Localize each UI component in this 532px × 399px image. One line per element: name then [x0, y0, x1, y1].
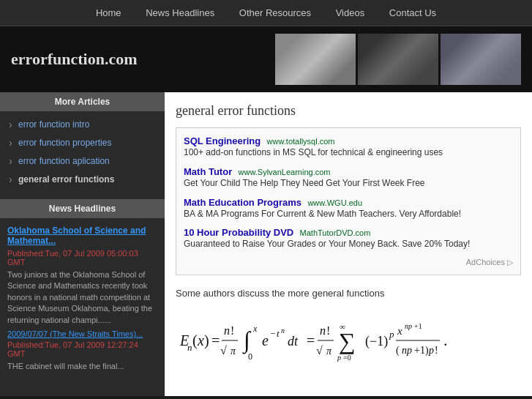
sidebar-item-general-error[interactable]: general error functions — [0, 170, 165, 188]
ad-3-url: www.WGU.edu — [307, 198, 362, 207]
ad-item-1: SQL Engineering www.totallysql.com 100+ … — [184, 135, 513, 159]
page-layout: More Articles error function intro error… — [0, 92, 532, 396]
sidebar: More Articles error function intro error… — [0, 92, 165, 396]
math-content: Some authors discuss the more general fu… — [176, 286, 521, 374]
ad-2-url: www.SylvanLearning.com — [239, 168, 331, 176]
ad-item-4: 10 Hour Probability DVD MathTutorDVD.com… — [184, 227, 513, 250]
header-images — [275, 34, 521, 85]
page-title: general error functions — [176, 103, 521, 119]
news-item-2-body: THE cabinet will make the final... — [0, 359, 165, 374]
nav-videos[interactable]: Videos — [336, 7, 365, 18]
svg-text:√: √ — [220, 344, 227, 357]
ad-4-desc: Guaranteed to Raise Your Grades or Your … — [184, 238, 513, 250]
site-header: errorfunction.com — [0, 26, 532, 92]
math-formula: E n ( x ) = n ! √ π ∫ x 0 — [176, 313, 521, 374]
svg-text:p: p — [389, 329, 394, 340]
nav-other-resources[interactable]: Other Resources — [239, 7, 311, 18]
svg-text:x: x — [252, 324, 258, 334]
svg-text:π: π — [231, 346, 236, 357]
top-navigation: Home News Headlines Other Resources Vide… — [0, 0, 532, 26]
svg-text:!: ! — [231, 324, 234, 337]
header-image-1 — [275, 34, 356, 85]
svg-text:−: − — [270, 328, 275, 339]
news-item-2-title[interactable]: 2009/07/07 (The New Straits Times)... — [0, 328, 165, 340]
svg-text:np: np — [405, 322, 412, 330]
ad-4-url: MathTutorDVD.com — [300, 228, 371, 237]
ad-2-title[interactable]: Math Tutor — [184, 166, 232, 177]
svg-text:∫: ∫ — [242, 327, 252, 354]
ad-3-title[interactable]: Math Education Programs — [184, 197, 301, 208]
svg-text:+1): +1) — [414, 345, 429, 357]
svg-text:e: e — [262, 332, 269, 348]
ad-4-title[interactable]: 10 Hour Probability DVD — [184, 227, 293, 238]
svg-text:!: ! — [435, 345, 438, 356]
svg-text:=: = — [211, 332, 220, 348]
svg-text:!: ! — [326, 324, 330, 337]
ad-3-desc: BA & MA Programs For Current & New Math … — [184, 208, 513, 220]
news-item-1-title[interactable]: Oklahoma School of Science and Mathemat.… — [0, 222, 165, 248]
svg-text:0: 0 — [248, 351, 252, 362]
ad-item-2: Math Tutor www.SylvanLearning.com Get Yo… — [184, 166, 513, 190]
svg-text:n: n — [187, 342, 192, 353]
ad-2-desc: Get Your Child The Help They Need Get Yo… — [184, 177, 513, 190]
nav-contact-us[interactable]: Contact Us — [389, 7, 436, 18]
sidebar-item-error-application[interactable]: error function aplication — [0, 152, 165, 170]
svg-text:(: ( — [192, 332, 198, 349]
svg-text:=0: =0 — [343, 354, 351, 362]
svg-text:n: n — [281, 327, 285, 335]
sidebar-news-section: News Headlines Oklahoma School of Scienc… — [0, 199, 165, 374]
advertisement-box: SQL Engineering www.totallysql.com 100+ … — [176, 127, 521, 275]
svg-text:(: ( — [396, 345, 400, 357]
news-item-2-date: Published:Tue, 07 Jul 2009 12:27:24 GMT — [0, 340, 165, 359]
news-headlines-title: News Headlines — [0, 199, 165, 218]
svg-text:): ) — [204, 332, 209, 349]
ad-choices-footer[interactable]: AdChoices ▷ — [184, 258, 513, 267]
svg-text:p: p — [428, 345, 434, 356]
svg-text:√: √ — [316, 344, 323, 357]
header-image-2 — [358, 34, 438, 85]
svg-text:∑: ∑ — [339, 328, 356, 354]
svg-text:p: p — [337, 354, 341, 362]
svg-text:t: t — [277, 328, 280, 339]
intro-text: Some authors discuss the more general fu… — [176, 286, 521, 302]
site-title: errorfunction.com — [11, 50, 138, 69]
svg-text:x: x — [397, 325, 402, 337]
svg-text:π: π — [326, 346, 332, 357]
svg-text:∞: ∞ — [340, 322, 345, 331]
news-item-1-body: Two juniors at the Oklahoma School of Sc… — [0, 267, 165, 328]
sidebar-item-error-intro[interactable]: error function intro — [0, 115, 165, 133]
svg-text:x: x — [197, 332, 204, 348]
svg-text:dt: dt — [288, 334, 299, 348]
svg-text:n: n — [320, 324, 326, 337]
ad-1-desc: 100+ add-on functions in MS SQL for tech… — [184, 146, 513, 159]
svg-text:n: n — [224, 324, 230, 337]
svg-text:=: = — [307, 332, 315, 348]
main-content: general error functions SQL Engineering … — [165, 92, 532, 396]
news-item-1-date: Published:Tue, 07 Jul 2009 05:00:03 GMT — [0, 248, 165, 267]
svg-text:+1: +1 — [414, 322, 422, 330]
svg-text:np: np — [402, 345, 412, 356]
nav-home[interactable]: Home — [96, 7, 121, 18]
ad-item-3: Math Education Programs www.WGU.edu BA &… — [184, 197, 513, 220]
ad-1-url: www.totallysql.com — [267, 137, 335, 146]
more-articles-title: More Articles — [0, 92, 165, 111]
svg-text:(−1): (−1) — [365, 334, 388, 349]
header-image-3 — [441, 34, 521, 85]
formula-svg: E n ( x ) = n ! √ π ∫ x 0 — [176, 313, 520, 368]
svg-text:.: . — [443, 331, 448, 349]
sidebar-item-error-properties[interactable]: error function properties — [0, 133, 165, 152]
ad-1-title[interactable]: SQL Engineering — [184, 135, 261, 146]
nav-news-headlines[interactable]: News Headlines — [146, 7, 214, 18]
